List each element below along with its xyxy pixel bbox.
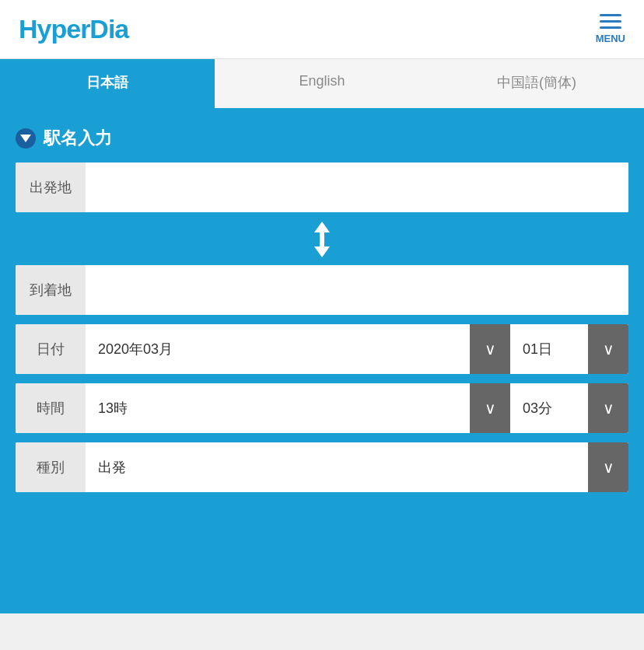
time-hour-value: 13時 bbox=[86, 383, 470, 433]
menu-line-2 bbox=[600, 20, 621, 23]
destination-input[interactable] bbox=[86, 265, 628, 315]
swap-container bbox=[16, 222, 628, 257]
header: HyperDia MENU bbox=[0, 0, 644, 59]
time-hour-dropdown[interactable]: ∨ bbox=[470, 383, 510, 433]
date-day-dropdown[interactable]: ∨ bbox=[588, 324, 628, 374]
tab-chinese[interactable]: 中国語(簡体) bbox=[429, 59, 644, 108]
tab-japanese[interactable]: 日本語 bbox=[0, 59, 215, 108]
type-label: 種別 bbox=[16, 442, 86, 492]
chevron-down-icon: ∨ bbox=[485, 340, 496, 358]
time-minute-value: 03分 bbox=[510, 383, 588, 433]
chevron-down-icon: ∨ bbox=[603, 340, 614, 358]
menu-icon bbox=[600, 14, 621, 29]
date-month-value: 2020年03月 bbox=[86, 324, 470, 374]
date-month-dropdown[interactable]: ∨ bbox=[470, 324, 510, 374]
time-row: 時間 13時 ∨ 03分 ∨ bbox=[16, 383, 628, 433]
date-row: 日付 2020年03月 ∨ 01日 ∨ bbox=[16, 324, 628, 374]
chevron-down-icon bbox=[20, 135, 31, 142]
destination-label: 到着地 bbox=[16, 265, 86, 315]
date-day-value: 01日 bbox=[510, 324, 588, 374]
section-toggle-icon[interactable] bbox=[16, 128, 36, 149]
date-label: 日付 bbox=[16, 324, 86, 374]
menu-label: MENU bbox=[596, 33, 625, 44]
language-tabs: 日本語 English 中国語(簡体) bbox=[0, 59, 644, 108]
menu-line-3 bbox=[600, 26, 621, 29]
origin-input[interactable] bbox=[86, 162, 628, 212]
time-minute-dropdown[interactable]: ∨ bbox=[588, 383, 628, 433]
svg-rect-3 bbox=[320, 231, 324, 248]
swap-icon bbox=[308, 222, 336, 257]
origin-row: 出発地 bbox=[16, 162, 628, 212]
tab-english[interactable]: English bbox=[215, 59, 429, 108]
type-row: 種別 出発 ∨ bbox=[16, 442, 628, 492]
menu-line-1 bbox=[600, 14, 621, 16]
destination-row: 到着地 bbox=[16, 265, 628, 315]
origin-label: 出発地 bbox=[16, 162, 86, 212]
main-content: 駅名入力 出発地 到着地 日付 2020年03月 ∨ 01日 ∨ bbox=[0, 108, 644, 613]
svg-marker-2 bbox=[314, 246, 330, 257]
section-header: 駅名入力 bbox=[16, 127, 628, 150]
menu-button[interactable]: MENU bbox=[596, 14, 625, 44]
chevron-down-icon: ∨ bbox=[485, 399, 496, 418]
chevron-down-icon: ∨ bbox=[603, 399, 614, 418]
logo: HyperDia bbox=[19, 14, 128, 44]
svg-marker-0 bbox=[314, 222, 330, 232]
type-dropdown[interactable]: ∨ bbox=[588, 442, 628, 492]
chevron-down-icon: ∨ bbox=[603, 458, 614, 477]
swap-button[interactable] bbox=[308, 222, 336, 257]
time-label: 時間 bbox=[16, 383, 86, 433]
type-value: 出発 bbox=[86, 442, 588, 492]
section-title: 駅名入力 bbox=[44, 127, 112, 150]
